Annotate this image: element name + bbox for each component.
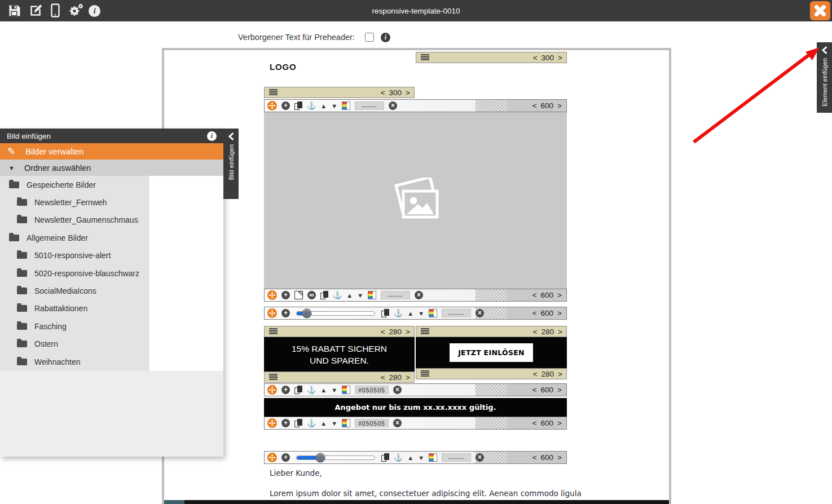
offer-note-block[interactable]: Angebot nur bis zum xx.xx.xxxx gültig. — [264, 398, 567, 417]
copy-icon[interactable] — [294, 386, 302, 395]
remove-icon[interactable]: × — [393, 419, 402, 427]
add-icon[interactable]: + — [281, 101, 290, 110]
folder-item[interactable]: Fasching — [0, 317, 149, 335]
add-icon[interactable]: + — [281, 453, 290, 462]
move-up-icon[interactable]: ▲ — [320, 420, 327, 427]
increase-width-button[interactable]: > — [406, 89, 410, 97]
slider-thumb[interactable] — [316, 453, 325, 462]
decrease-width-button[interactable]: < — [532, 419, 537, 427]
folder-item[interactable]: Newsletter_Fernweh — [0, 193, 149, 211]
decrease-width-button[interactable]: < — [533, 370, 538, 378]
link-icon[interactable]: ∞ — [307, 291, 316, 299]
copy-icon[interactable] — [320, 291, 328, 300]
copy-icon[interactable] — [381, 309, 389, 318]
move-icon[interactable] — [267, 101, 277, 110]
remove-icon[interactable]: × — [393, 386, 402, 394]
copy-icon[interactable] — [294, 101, 302, 110]
decrease-width-button[interactable]: < — [532, 291, 537, 299]
folder-item[interactable]: 5020-responsive-blauschwarz — [0, 264, 149, 282]
body-text[interactable]: Lorem ipsum dolor sit amet, consectetuer… — [270, 489, 582, 498]
drag-handle-icon[interactable] — [269, 89, 278, 96]
move-icon[interactable] — [267, 453, 277, 462]
remove-icon[interactable]: × — [389, 101, 397, 110]
image-panel-tab[interactable]: Bild einfügen — [223, 129, 239, 199]
drag-handle-icon[interactable] — [421, 328, 429, 335]
move-up-icon[interactable]: ▲ — [407, 310, 413, 317]
drag-handle-icon[interactable] — [269, 374, 278, 381]
size-slider[interactable] — [296, 456, 375, 460]
decrease-width-button[interactable]: < — [532, 386, 537, 394]
increase-width-button[interactable]: > — [557, 291, 562, 299]
move-down-icon[interactable]: ▼ — [331, 103, 337, 109]
move-icon[interactable] — [267, 418, 277, 428]
decrease-width-button[interactable]: < — [381, 328, 385, 336]
drag-handle-icon[interactable] — [421, 370, 429, 377]
increase-width-button[interactable]: > — [557, 101, 562, 110]
color-palette-icon[interactable] — [429, 453, 437, 462]
anchor-icon[interactable]: ⚓ — [394, 309, 403, 317]
folder-select-button[interactable]: ▼ Ordner auswählen — [0, 160, 223, 176]
image-placeholder-block[interactable] — [264, 112, 567, 289]
add-icon[interactable]: + — [281, 291, 290, 299]
drag-handle-icon[interactable] — [269, 328, 278, 335]
move-down-icon[interactable]: ▼ — [357, 292, 363, 299]
folder-item[interactable]: Rabattaktionen — [0, 300, 149, 317]
color-value-field[interactable]: ------ — [442, 309, 471, 317]
color-palette-icon[interactable] — [342, 419, 350, 427]
move-up-icon[interactable]: ▲ — [407, 454, 413, 461]
promo-text-block[interactable]: 15% RABATT SICHERN UND SPAREN. — [264, 337, 415, 372]
manage-images-button[interactable]: ✎ Bilder verwalten — [0, 143, 223, 160]
decrease-width-button[interactable]: < — [533, 54, 538, 62]
close-button[interactable] — [810, 1, 830, 20]
increase-width-button[interactable]: > — [557, 453, 562, 462]
color-value-field[interactable]: ------ — [442, 453, 471, 462]
move-down-icon[interactable]: ▼ — [418, 454, 424, 461]
color-value-field[interactable]: ------ — [355, 101, 384, 110]
add-icon[interactable]: + — [281, 386, 290, 394]
decrease-width-button[interactable]: < — [381, 89, 385, 97]
color-value-field[interactable]: #050505 — [355, 419, 389, 427]
slider-thumb[interactable] — [302, 308, 312, 318]
folder-item[interactable]: Newsletter_Gaumenschmaus — [0, 211, 149, 229]
move-icon[interactable] — [267, 290, 277, 300]
decrease-width-button[interactable]: < — [533, 328, 538, 336]
copy-icon[interactable] — [381, 453, 389, 462]
decrease-width-button[interactable]: < — [532, 101, 537, 110]
greeting-text[interactable]: Lieber Kunde, — [270, 468, 322, 478]
copy-icon[interactable] — [294, 419, 302, 428]
folder-item[interactable]: SocialMediaIcons — [0, 282, 149, 299]
folder-item[interactable]: Ostern — [0, 335, 149, 353]
move-down-icon[interactable]: ▼ — [331, 420, 337, 427]
remove-icon[interactable]: × — [476, 453, 484, 462]
color-palette-icon[interactable] — [342, 101, 350, 110]
move-up-icon[interactable]: ▲ — [320, 387, 327, 394]
insert-element-tab[interactable]: Element einfügen — [817, 42, 832, 113]
redeem-button[interactable]: JETZT EINLÖSEN — [450, 343, 533, 362]
add-icon[interactable]: + — [281, 309, 290, 317]
decrease-width-button[interactable]: < — [532, 453, 537, 462]
increase-width-button[interactable]: > — [557, 386, 562, 394]
image-panel-info-icon[interactable]: i — [207, 131, 217, 141]
increase-width-button[interactable]: > — [558, 54, 562, 62]
add-icon[interactable]: + — [281, 419, 290, 427]
color-value-field[interactable]: ------ — [381, 291, 410, 299]
anchor-icon[interactable]: ⚓ — [307, 386, 316, 394]
move-down-icon[interactable]: ▼ — [418, 310, 424, 317]
edit-block-icon[interactable]: ✎ — [294, 291, 303, 299]
move-icon[interactable] — [267, 308, 277, 318]
preheader-checkbox[interactable] — [365, 33, 374, 42]
remove-icon[interactable]: × — [476, 309, 484, 317]
move-down-icon[interactable]: ▼ — [331, 387, 337, 394]
move-up-icon[interactable]: ▲ — [320, 103, 327, 109]
decrease-width-button[interactable]: < — [381, 373, 385, 382]
increase-width-button[interactable]: > — [557, 419, 562, 427]
drag-handle-icon[interactable] — [421, 54, 429, 61]
logo-text-block[interactable]: LOGO — [270, 62, 296, 72]
anchor-icon[interactable]: ⚓ — [307, 101, 316, 110]
anchor-icon[interactable]: ⚓ — [394, 453, 403, 462]
increase-width-button[interactable]: > — [558, 328, 562, 336]
color-value-field[interactable]: #050505 — [355, 386, 389, 394]
anchor-icon[interactable]: ⚓ — [307, 419, 316, 427]
folder-item[interactable]: Allgemeine Bilder — [0, 229, 149, 246]
increase-width-button[interactable]: > — [406, 328, 410, 336]
